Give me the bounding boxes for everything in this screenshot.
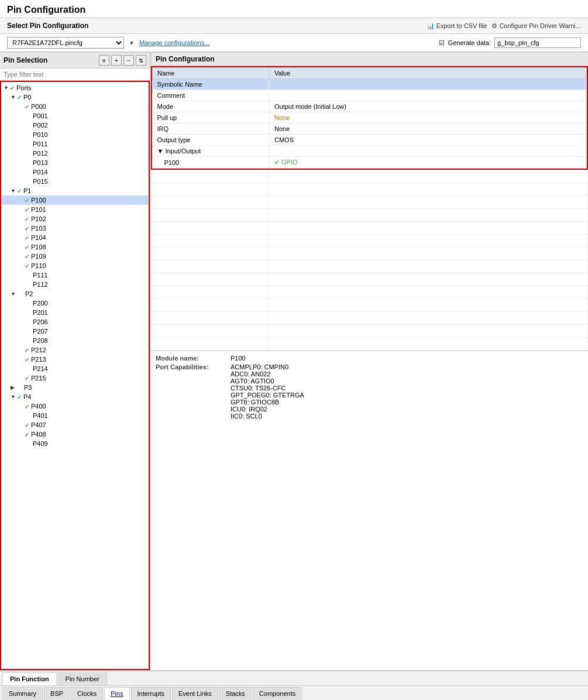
tree-item-p001[interactable]: P001 bbox=[1, 111, 149, 121]
bottom-tab-pin-function[interactable]: Pin Function bbox=[2, 672, 57, 685]
sort-icon-button[interactable]: ⇅ bbox=[136, 55, 146, 66]
config-file-select[interactable]: R7FA2E1A72DFL.pincfg bbox=[7, 37, 124, 49]
tree-container[interactable]: ▼✔Ports▼✔P0✔P000P001P002P010P011P012P013… bbox=[0, 81, 150, 670]
config-value-6 bbox=[270, 146, 587, 157]
arrow-icon: ▼ bbox=[4, 85, 9, 91]
tree-item-ports[interactable]: ▼✔Ports bbox=[1, 83, 149, 92]
tree-item-p000[interactable]: ✔P000 bbox=[1, 102, 149, 111]
tree-item-p101[interactable]: ✔P101 bbox=[1, 205, 149, 214]
tree-item-p201[interactable]: P201 bbox=[1, 308, 149, 317]
tree-item-p010[interactable]: P010 bbox=[1, 130, 149, 139]
expand-icon-button[interactable]: + bbox=[111, 55, 122, 66]
tree-label-p0: P0 bbox=[23, 94, 31, 101]
tree-item-p011[interactable]: P011 bbox=[1, 139, 149, 149]
tree-item-p012[interactable]: P012 bbox=[1, 149, 149, 158]
tree-label-p001: P001 bbox=[33, 112, 48, 119]
tree-item-p409[interactable]: P409 bbox=[1, 439, 149, 448]
capability-item: ADC0: AN022 bbox=[231, 370, 304, 378]
tree-label-p109: P109 bbox=[31, 253, 46, 260]
tree-label-p110: P110 bbox=[31, 262, 46, 269]
capability-item: ACMPLP0: CMPIN0 bbox=[231, 363, 304, 370]
config-row: R7FA2E1A72DFL.pincfg ▼ Manage configurat… bbox=[0, 34, 588, 52]
tree-item-p0[interactable]: ▼✔P0 bbox=[1, 92, 149, 102]
arrow-icon: ▼ bbox=[11, 94, 16, 100]
tree-item-p104[interactable]: ✔P104 bbox=[1, 233, 149, 242]
main-tab-components[interactable]: Components bbox=[253, 687, 302, 700]
tree-item-p103[interactable]: ✔P103 bbox=[1, 224, 149, 233]
tree-item-p013[interactable]: P013 bbox=[1, 158, 149, 167]
tree-item-p111[interactable]: P111 bbox=[1, 270, 149, 280]
configure-pin-driver-button[interactable]: ⚙ Configure Pin Driver Warni... bbox=[491, 22, 581, 30]
tree-item-p108[interactable]: ✔P108 bbox=[1, 242, 149, 252]
check-icon: ✔ bbox=[25, 207, 29, 213]
panel-icons: ≡ + − ⇅ bbox=[99, 55, 146, 66]
list-icon-button[interactable]: ≡ bbox=[99, 55, 109, 66]
main-tab-event-links[interactable]: Event Links bbox=[172, 687, 218, 700]
config-row-4[interactable]: IRQNone bbox=[153, 123, 587, 135]
config-table-wrapper: Name Value Symbolic NameCommentModeOutpu… bbox=[151, 66, 588, 170]
empty-row-6 bbox=[151, 247, 588, 260]
generate-data-checkbox[interactable]: ☑ bbox=[439, 39, 445, 47]
tree-item-p208[interactable]: P208 bbox=[1, 336, 149, 345]
main-tabs: SummaryBSPClocksPinsInterruptsEvent Link… bbox=[0, 685, 588, 700]
tree-item-p212[interactable]: ✔P212 bbox=[1, 345, 149, 355]
tree-item-p400[interactable]: ✔P400 bbox=[1, 402, 149, 411]
arrow-icon: ▼ bbox=[11, 394, 16, 400]
bottom-tab-pin-number[interactable]: Pin Number bbox=[58, 672, 107, 685]
config-row-3[interactable]: Pull upNone bbox=[153, 112, 587, 123]
tree-item-p100[interactable]: ✔P100 bbox=[1, 195, 149, 205]
check-icon: ✔ bbox=[17, 188, 22, 194]
module-name-label: Module name: bbox=[156, 355, 226, 362]
filter-input[interactable] bbox=[0, 68, 150, 81]
config-row-5[interactable]: Output typeCMOS bbox=[153, 135, 587, 146]
tree-item-p401[interactable]: P401 bbox=[1, 411, 149, 420]
tree-item-p207[interactable]: P207 bbox=[1, 327, 149, 336]
tree-label-p408: P408 bbox=[31, 431, 46, 438]
tree-item-p407[interactable]: ✔P407 bbox=[1, 420, 149, 430]
tree-label-p214: P214 bbox=[33, 365, 48, 372]
tree-item-p214[interactable]: P214 bbox=[1, 364, 149, 373]
tree-item-p112[interactable]: P112 bbox=[1, 280, 149, 289]
main-tab-summary[interactable]: Summary bbox=[2, 687, 43, 700]
config-row-2[interactable]: ModeOutput mode (Initial Low) bbox=[153, 101, 587, 112]
tree-item-p213[interactable]: ✔P213 bbox=[1, 355, 149, 364]
config-name-0: Symbolic Name bbox=[153, 79, 270, 90]
config-row-1[interactable]: Comment bbox=[153, 90, 587, 101]
tree-item-p102[interactable]: ✔P102 bbox=[1, 214, 149, 224]
tree-label-p101: P101 bbox=[31, 206, 46, 213]
config-row-6[interactable]: ▼ Input/Output bbox=[153, 146, 587, 157]
config-row-0[interactable]: Symbolic Name bbox=[153, 79, 587, 90]
tree-item-p206[interactable]: P206 bbox=[1, 317, 149, 327]
tree-label-p011: P011 bbox=[33, 140, 48, 147]
main-tab-stacks[interactable]: Stacks bbox=[219, 687, 252, 700]
main-tab-interrupts[interactable]: Interrupts bbox=[131, 687, 171, 700]
manage-configurations-link[interactable]: Manage configurations... bbox=[139, 39, 209, 46]
config-row-7[interactable]: P100✔ GPIO bbox=[153, 157, 587, 169]
main-tab-pins[interactable]: Pins bbox=[104, 687, 129, 700]
tree-item-p3[interactable]: ▶P3 bbox=[1, 383, 149, 392]
check-icon: ✔ bbox=[25, 104, 29, 110]
export-csv-button[interactable]: 📊 Export to CSV file bbox=[427, 22, 487, 30]
right-panel: Pin Configuration Name Value Symbolic Na… bbox=[151, 53, 588, 670]
tree-item-p408[interactable]: ✔P408 bbox=[1, 430, 149, 439]
tree-item-p1[interactable]: ▼✔P1 bbox=[1, 186, 149, 195]
config-value-3: None bbox=[270, 112, 587, 123]
tree-item-p002[interactable]: P002 bbox=[1, 121, 149, 130]
check-icon: ✔ bbox=[25, 375, 29, 382]
main-tab-bsp[interactable]: BSP bbox=[44, 687, 70, 700]
generate-data-input[interactable] bbox=[494, 37, 581, 48]
tree-label-p102: P102 bbox=[31, 215, 46, 222]
toolbar-right: 📊 Export to CSV file ⚙ Configure Pin Dri… bbox=[427, 22, 581, 30]
tree-item-p200[interactable]: P200 bbox=[1, 298, 149, 308]
tree-item-p014[interactable]: P014 bbox=[1, 167, 149, 177]
tree-item-p015[interactable]: P015 bbox=[1, 177, 149, 186]
tree-item-p109[interactable]: ✔P109 bbox=[1, 252, 149, 261]
tree-item-p110[interactable]: ✔P110 bbox=[1, 261, 149, 270]
tree-item-p215[interactable]: ✔P215 bbox=[1, 373, 149, 383]
tree-label-p200: P200 bbox=[33, 300, 48, 307]
tree-item-p2[interactable]: ▼P2 bbox=[1, 289, 149, 298]
tree-item-p4[interactable]: ▼✔P4 bbox=[1, 392, 149, 402]
collapse-icon-button[interactable]: − bbox=[123, 55, 134, 66]
main-tab-clocks[interactable]: Clocks bbox=[71, 687, 103, 700]
tree-label-p3: P3 bbox=[24, 384, 32, 391]
